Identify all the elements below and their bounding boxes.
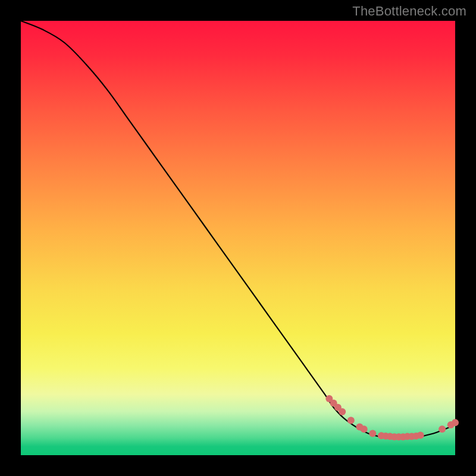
curve-marker [339,408,346,415]
watermark-text: TheBottleneck.com [352,4,466,19]
chart-frame: TheBottleneck.com [0,0,476,476]
curve-marker [417,431,424,439]
curve-marker [369,430,376,437]
curve-marker [347,417,355,424]
bottleneck-curve [21,21,455,439]
curve-marker [361,425,368,433]
curve-marker [452,419,459,426]
curve-markers [325,395,459,440]
plot-area [21,21,455,455]
chart-svg [21,21,455,455]
curve-marker [439,425,446,433]
